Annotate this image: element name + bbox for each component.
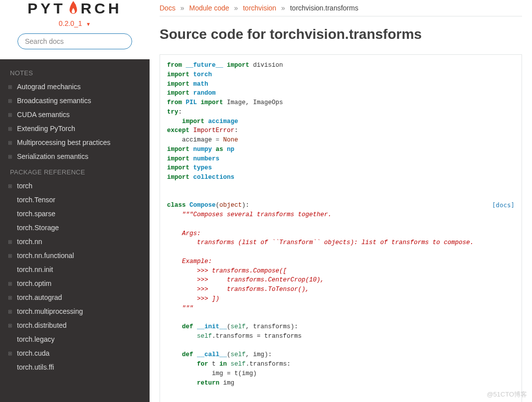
version-label: 0.2.0_1 xyxy=(59,19,82,27)
expand-icon: ⊞ xyxy=(8,154,13,159)
expand-icon: ⊞ xyxy=(8,84,13,90)
nav-item-label: torch.autograd xyxy=(17,293,62,301)
nav-caption: PACKAGE REFERENCE xyxy=(0,163,150,179)
nav-item-label: torch.nn.init xyxy=(17,266,53,273)
nav-item-label: CUDA semantics xyxy=(17,111,70,119)
breadcrumb-sep: » xyxy=(281,4,285,12)
expand-icon: ⊞ xyxy=(8,98,13,104)
breadcrumb-torchvision[interactable]: torchvision xyxy=(243,4,276,12)
expand-icon: ⊞ xyxy=(8,323,13,328)
search-input[interactable] xyxy=(25,37,125,45)
divider xyxy=(160,16,522,16)
version-selector[interactable]: 0.2.0_1 ▼ xyxy=(10,19,140,27)
expand-icon: ⊞ xyxy=(8,295,13,300)
nav-item[interactable]: ⊞torch.autograd xyxy=(0,290,150,304)
nav-caption: NOTES xyxy=(0,64,150,80)
nav-item-label: torch.cuda xyxy=(17,349,49,357)
watermark: @51CTO博客 xyxy=(487,390,527,399)
expand-icon: ⊞ xyxy=(8,239,13,245)
nav-item-label: torch.distributed xyxy=(17,321,67,329)
breadcrumb-module-code[interactable]: Module code xyxy=(189,4,229,12)
expand-icon: ⊞ xyxy=(8,183,13,189)
nav-item-label: torch.multiprocessing xyxy=(17,307,83,315)
search-box[interactable] xyxy=(17,33,132,49)
nav-item[interactable]: ⊞torch.cuda xyxy=(0,346,150,360)
nav-item[interactable]: ⊞CUDA semantics xyxy=(0,108,150,122)
breadcrumb-docs[interactable]: Docs xyxy=(160,4,176,12)
nav-item-label: Broadcasting semantics xyxy=(17,97,91,105)
nav-item[interactable]: ⊞torch.Storage xyxy=(0,221,150,235)
nav-item-label: Extending PyTorch xyxy=(17,125,75,133)
logo-text-left: PYT xyxy=(27,0,65,17)
nav-item[interactable]: ⊞torch.optim xyxy=(0,276,150,290)
nav-item[interactable]: ⊞torch.nn.functional xyxy=(0,249,150,263)
nav-item[interactable]: ⊞torch.distributed xyxy=(0,318,150,332)
nav-item-label: Multiprocessing best practices xyxy=(17,138,111,146)
nav-item-label: Serialization semantics xyxy=(17,152,88,160)
flame-icon xyxy=(67,0,80,16)
nav-item-label: torch.optim xyxy=(17,279,51,287)
expand-icon: ⊞ xyxy=(8,126,13,132)
nav-item[interactable]: ⊞torch.nn.init xyxy=(0,263,150,276)
nav-item-label: torch xyxy=(17,182,32,190)
sidebar: PYT RCH 0.2.0_1 ▼ NOTES⊞Autograd mechani… xyxy=(0,0,150,402)
nav-item[interactable]: ⊞torch.sparse xyxy=(0,207,150,221)
nav-item-label: torch.legacy xyxy=(17,335,54,343)
sidebar-header: PYT RCH 0.2.0_1 ▼ xyxy=(0,0,150,59)
expand-icon: ⊞ xyxy=(8,112,13,118)
nav-item-label: torch.utils.ffi xyxy=(17,363,54,371)
nav-item[interactable]: ⊞torch.legacy xyxy=(0,332,150,346)
nav-item[interactable]: ⊞torch.multiprocessing xyxy=(0,304,150,318)
expand-icon: ⊞ xyxy=(8,281,13,286)
logo[interactable]: PYT RCH xyxy=(10,0,140,17)
chevron-down-icon: ▼ xyxy=(86,21,91,27)
nav-item[interactable]: ⊞Extending PyTorch xyxy=(0,122,150,135)
source-code: from __future__ import division import t… xyxy=(160,54,522,402)
docs-link[interactable]: [docs] xyxy=(492,201,515,210)
nav-item-label: torch.sparse xyxy=(17,210,55,218)
main-content: Docs » Module code » torchvision » torch… xyxy=(150,0,532,402)
nav-item[interactable]: ⊞torch.utils.ffi xyxy=(0,360,150,374)
nav-item[interactable]: ⊞Autograd mechanics xyxy=(0,80,150,94)
expand-icon: ⊞ xyxy=(8,140,13,145)
logo-text-right: RCH xyxy=(81,0,122,17)
nav-item[interactable]: ⊞Broadcasting semantics xyxy=(0,94,150,108)
nav-item[interactable]: ⊞Serialization semantics xyxy=(0,149,150,163)
page-title: Source code for torchvision.transforms xyxy=(160,26,522,42)
nav-item[interactable]: ⊞torch.Tensor xyxy=(0,193,150,207)
nav-item-label: Autograd mechanics xyxy=(17,83,81,91)
nav-item-label: torch.Storage xyxy=(17,224,59,232)
breadcrumb-sep: » xyxy=(180,4,184,12)
expand-icon: ⊞ xyxy=(8,253,13,259)
breadcrumb-sep: » xyxy=(234,4,238,12)
nav-item-label: torch.Tensor xyxy=(17,196,55,204)
svg-point-0 xyxy=(74,4,76,6)
expand-icon: ⊞ xyxy=(8,309,13,314)
nav-item-label: torch.nn.functional xyxy=(17,252,74,260)
breadcrumb: Docs » Module code » torchvision » torch… xyxy=(160,4,522,12)
nav-item[interactable]: ⊞torch xyxy=(0,179,150,193)
nav-item-label: torch.nn xyxy=(17,238,42,246)
expand-icon: ⊞ xyxy=(8,351,13,356)
breadcrumb-current: torchvision.transforms xyxy=(290,4,358,12)
nav-item[interactable]: ⊞Multiprocessing best practices xyxy=(0,135,150,149)
nav-item[interactable]: ⊞torch.nn xyxy=(0,235,150,249)
nav: NOTES⊞Autograd mechanics⊞Broadcasting se… xyxy=(0,59,150,402)
